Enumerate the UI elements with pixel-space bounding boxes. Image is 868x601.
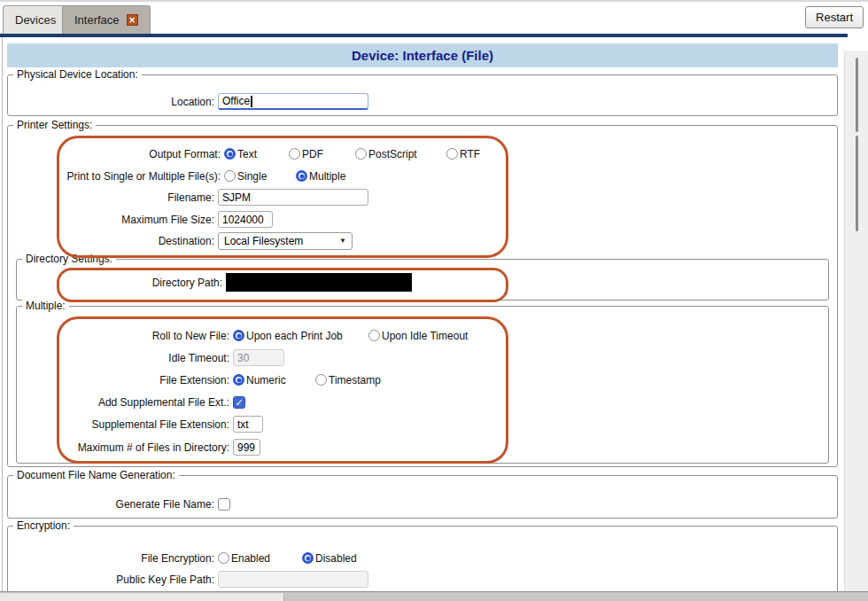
file-encryption-enabled-radio[interactable]: Enabled [218, 552, 302, 565]
roll-upon-each-print-job-radio[interactable]: Upon each Print Job [233, 330, 368, 342]
content-frame-border [2, 37, 3, 601]
tab-devices-label: Devices [15, 13, 56, 27]
output-format-label: Output Format: [9, 148, 221, 160]
location-label: Location: [9, 96, 214, 108]
radio-selected-icon [233, 374, 244, 386]
generate-file-name-checkbox[interactable] [218, 498, 230, 511]
tab-bar: Devices Interface × Restart [0, 2, 868, 34]
max-file-size-input[interactable]: 1024000 [218, 211, 273, 228]
destination-select[interactable]: Local Filesystem ▼ [218, 232, 353, 250]
vertical-scrollbar-thumb[interactable] [856, 136, 858, 231]
restart-button[interactable]: Restart [805, 6, 864, 28]
radio-selected-icon [302, 552, 314, 564]
location-input[interactable]: Office [218, 93, 368, 110]
max-files-in-directory-input[interactable]: 999 [233, 439, 260, 456]
vertical-scrollbar-thumb[interactable] [856, 58, 858, 132]
idle-timeout-label: Idle Timeout: [18, 352, 229, 364]
radio-icon [289, 148, 300, 160]
section-directory-settings: Directory Settings: Directory Path: [16, 259, 829, 300]
radio-icon [315, 374, 327, 386]
filename-label: Filename: [9, 191, 214, 204]
horizontal-scrollbar-track[interactable] [0, 591, 868, 601]
max-files-in-directory-label: Maximum # of Files in Directory: [18, 441, 229, 454]
output-format-pdf-radio[interactable]: PDF [289, 148, 355, 160]
idle-timeout-input: 30 [233, 349, 284, 366]
roll-to-new-file-label: Roll to New File: [18, 330, 229, 342]
radio-selected-icon [233, 330, 244, 341]
vertical-scrollbar-track[interactable] [844, 51, 868, 601]
header-divider [0, 34, 848, 37]
radio-icon [218, 552, 229, 564]
filename-input[interactable]: SJPM [218, 189, 368, 206]
supplemental-extension-label: Supplemental File Extension: [18, 418, 229, 431]
section-legend: Directory Settings: [22, 253, 116, 265]
section-legend: Multiple: [22, 300, 69, 312]
directory-path-input-redacted[interactable] [226, 273, 412, 292]
section-physical-device-location: Physical Device Location: Location: Offi… [7, 74, 838, 116]
add-supplemental-ext-label: Add Supplemental File Ext.: [18, 396, 229, 409]
dropdown-arrow-icon: ▼ [339, 237, 346, 245]
public-key-path-label: Public Key File Path: [9, 574, 214, 586]
radio-icon [224, 170, 236, 182]
device-interface-page: Devices Interface × Restart Device: Inte… [0, 0, 868, 601]
file-encryption-label: File Encryption: [9, 552, 214, 565]
supplemental-extension-input[interactable]: txt [233, 416, 263, 433]
radio-icon [355, 148, 367, 160]
public-key-path-input [218, 571, 368, 588]
page-title: Device: Interface (File) [7, 43, 838, 67]
file-extension-timestamp-radio[interactable]: Timestamp [315, 374, 381, 386]
file-extension-numeric-radio[interactable]: Numeric [233, 374, 315, 386]
text-cursor [251, 96, 252, 107]
destination-label: Destination: [9, 235, 214, 247]
output-format-text-radio[interactable]: Text [224, 148, 289, 160]
tab-interface[interactable]: Interface × [62, 5, 151, 34]
file-encryption-disabled-radio[interactable]: Disabled [302, 552, 357, 565]
add-supplemental-ext-checkbox[interactable]: ✓ [233, 396, 245, 409]
output-format-rtf-radio[interactable]: RTF [446, 148, 480, 160]
radio-selected-icon [296, 170, 307, 182]
tab-devices[interactable]: Devices [3, 5, 68, 34]
section-multiple: Multiple: Roll to New File: Upon each Pr… [16, 306, 829, 464]
radio-icon [368, 330, 380, 341]
section-legend: Printer Settings: [13, 119, 96, 131]
section-legend: Physical Device Location: [13, 68, 142, 81]
radio-icon [446, 148, 458, 160]
output-format-postscript-radio[interactable]: PostScript [355, 148, 446, 160]
radio-selected-icon [224, 148, 236, 160]
section-encryption: Encryption: File Encryption: Enabled Dis… [7, 526, 838, 601]
tab-interface-label: Interface [74, 13, 120, 27]
section-legend: Document File Name Generation: [13, 469, 179, 481]
file-mode-multiple-radio[interactable]: Multiple [296, 170, 345, 183]
max-file-size-label: Maximum File Size: [9, 214, 214, 226]
section-legend: Encryption: [13, 519, 74, 532]
roll-upon-idle-timeout-radio[interactable]: Upon Idle Timeout [368, 330, 468, 342]
horizontal-scrollbar-thumb[interactable] [0, 593, 284, 601]
close-tab-icon[interactable]: × [127, 14, 138, 26]
directory-path-label: Directory Path: [18, 277, 222, 289]
file-mode-label: Print to Single or Multiple File(s): [9, 170, 221, 183]
file-mode-single-radio[interactable]: Single [224, 170, 296, 183]
section-document-file-name-generation: Document File Name Generation: Generate … [7, 475, 838, 519]
generate-file-name-label: Generate File Name: [9, 498, 214, 511]
file-extension-label: File Extension: [18, 374, 229, 386]
